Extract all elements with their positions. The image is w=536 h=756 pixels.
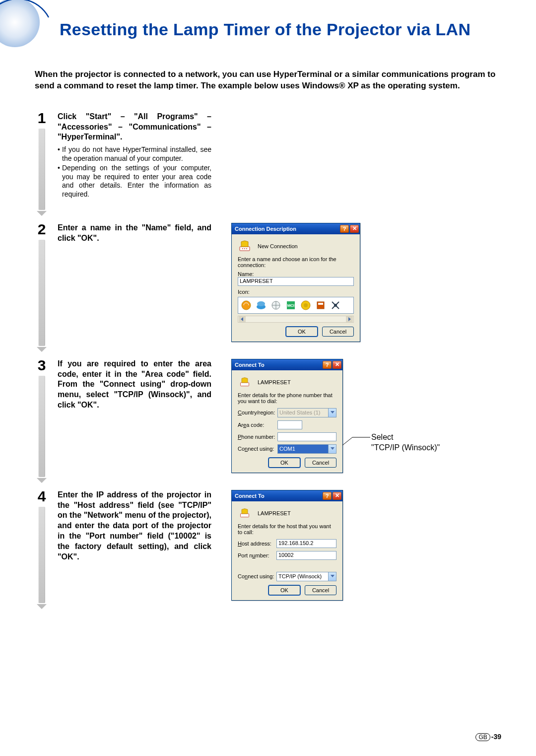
annotation-leader-line	[341, 436, 371, 451]
connection-icon-option[interactable]: MCI	[285, 299, 297, 311]
step-heading: Enter a name in the "Name" field, and cl…	[58, 223, 211, 244]
language-badge: GB	[475, 733, 490, 741]
step-number-column: 1	[35, 112, 49, 216]
svg-point-3	[244, 248, 245, 249]
ok-button[interactable]: OK	[268, 458, 300, 468]
phone-input[interactable]	[277, 432, 336, 441]
page: Resetting the Lamp Timer of the Projecto…	[0, 0, 536, 756]
step-number: 3	[38, 358, 46, 373]
intro-text: When the projector is connected to a net…	[35, 69, 501, 92]
page-header: Resetting the Lamp Timer of the Projecto…	[35, 20, 501, 39]
connection-icon-option[interactable]	[330, 299, 341, 311]
host-address-label: Host address:	[238, 541, 273, 547]
step-number: 1	[38, 111, 46, 126]
areacode-label: Area code:	[238, 422, 274, 428]
scroll-left-icon[interactable]	[239, 316, 246, 322]
svg-point-5	[242, 301, 251, 310]
connect-to-dialog-phone: Connect To ? ✕ LAMPRESET	[231, 359, 343, 473]
list-item: Depending on the settings of your comput…	[58, 164, 211, 199]
annotation-text: Select	[371, 432, 440, 443]
connection-icon-option[interactable]	[255, 299, 267, 311]
svg-point-7	[257, 301, 265, 306]
dialog-prompt: Enter a name and choose an icon for the …	[238, 256, 354, 268]
list-item: If you do not have HyperTerminal install…	[58, 145, 211, 163]
svg-point-4	[246, 248, 247, 249]
phone-modem-icon	[238, 506, 252, 520]
name-label: Name:	[238, 271, 354, 277]
dialog-subtitle: New Connection	[258, 243, 298, 249]
step-bullets: If you do not have HyperTerminal install…	[58, 145, 211, 199]
host-address-input[interactable]: 192.168.150.2	[276, 539, 336, 548]
connection-icon-option[interactable]	[270, 299, 282, 311]
connect-using-label: Connect using:	[238, 573, 273, 579]
dialog-prompt: Enter details for the host that you want…	[238, 523, 336, 535]
port-number-label: Port number:	[238, 552, 273, 558]
phone-label: Phone number:	[238, 434, 274, 440]
annotation-text: "TCP/IP (Winsock)"	[371, 443, 440, 453]
dialog-prompt: Enter details for the phone number that …	[238, 392, 336, 404]
step-arrow-icon	[37, 347, 47, 352]
country-label: Country/region:	[238, 410, 274, 415]
dialog-title-text: Connect To	[235, 362, 323, 368]
step-number-column: 2	[35, 223, 49, 352]
dropdown-arrow-icon	[328, 445, 336, 453]
connection-icon-option[interactable]	[315, 299, 327, 311]
svg-rect-17	[241, 514, 249, 517]
svg-point-15	[334, 304, 337, 307]
dialog-subtitle: LAMPRESET	[258, 379, 291, 385]
areacode-input[interactable]	[277, 420, 302, 429]
dialog-title-text: Connect To	[235, 493, 323, 499]
step-heading: Click "Start" – "All Programs" – "Access…	[58, 112, 211, 142]
close-button[interactable]: ✕	[350, 225, 359, 233]
icon-scrollbar[interactable]	[238, 316, 354, 323]
step-bar	[38, 507, 45, 603]
svg-text:MCI: MCI	[287, 303, 295, 308]
dialog-title-text: Connection Description	[235, 226, 340, 232]
step-number: 4	[38, 489, 46, 504]
connect-using-select[interactable]: COM1	[277, 444, 336, 454]
scroll-right-icon[interactable]	[346, 316, 353, 322]
cancel-button[interactable]: Cancel	[305, 458, 336, 468]
connect-using-label: Connect using:	[238, 446, 274, 452]
step-bar	[38, 240, 45, 346]
step-bar	[38, 129, 45, 210]
ok-button[interactable]: OK	[268, 585, 300, 595]
phone-modem-icon	[238, 375, 252, 389]
name-input[interactable]: LAMPRESET	[238, 277, 354, 286]
ok-button[interactable]: OK	[286, 327, 318, 337]
connection-icon-option[interactable]	[240, 299, 252, 311]
dialog-title-bar: Connect To ? ✕	[232, 490, 342, 501]
page-number: -39	[491, 733, 501, 741]
help-button[interactable]: ?	[340, 225, 349, 233]
step-number-column: 4	[35, 490, 49, 609]
step-arrow-icon	[37, 604, 47, 609]
dropdown-arrow-icon	[328, 409, 336, 417]
svg-point-0	[0, 0, 40, 47]
step-4: 4 Enter the IP address of the projector …	[35, 490, 501, 609]
close-button[interactable]: ✕	[333, 492, 341, 500]
connection-icon-option[interactable]	[300, 299, 312, 311]
connection-description-dialog: Connection Description ? ✕ New Connectio…	[231, 223, 360, 342]
cancel-button[interactable]: Cancel	[322, 327, 354, 337]
icon-label: Icon:	[238, 289, 354, 295]
help-button[interactable]: ?	[323, 492, 332, 500]
phone-modem-icon	[238, 239, 252, 253]
step-bar	[38, 376, 45, 477]
connect-using-select[interactable]: TCP/IP (Winsock)	[276, 572, 336, 581]
help-button[interactable]: ?	[323, 361, 332, 369]
step-number: 2	[38, 222, 46, 237]
page-title: Resetting the Lamp Timer of the Projecto…	[60, 20, 501, 39]
step-heading: Enter the IP address of the projector in…	[58, 490, 211, 562]
dropdown-arrow-icon	[328, 572, 336, 581]
close-button[interactable]: ✕	[333, 361, 341, 369]
svg-point-12	[304, 303, 308, 307]
step-arrow-icon	[37, 478, 47, 483]
country-select[interactable]: United States (1)	[277, 408, 336, 417]
dialog-title-bar: Connect To ? ✕	[232, 359, 342, 370]
icon-picker[interactable]: MCI	[238, 297, 354, 314]
annotation-callout: Select "TCP/IP (Winsock)"	[371, 432, 440, 453]
port-number-input[interactable]: 10002	[276, 551, 336, 560]
step-1: 1 Click "Start" – "All Programs" – "Acce…	[35, 112, 501, 216]
cancel-button[interactable]: Cancel	[305, 585, 336, 595]
step-arrow-icon	[37, 211, 47, 216]
